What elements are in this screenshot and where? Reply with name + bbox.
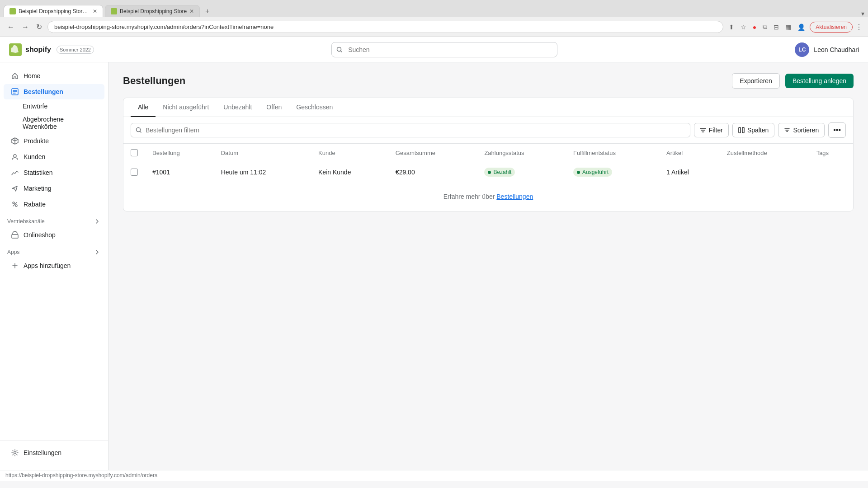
toolbar-icons: ⬆ ☆ ● ⧉ ⊟ ▦ 👤 Aktualisieren ⋮ [727, 21, 863, 33]
filter-search-wrap [131, 123, 690, 137]
back-button[interactable]: ← [5, 21, 16, 33]
header-checkbox[interactable] [131, 149, 138, 156]
status-bar: https://beispiel-dropshipping-store.mysh… [0, 470, 868, 481]
opera-icon[interactable]: ● [751, 22, 758, 33]
sidebar-item-produkte[interactable]: Produkte [4, 133, 104, 149]
page-content: Bestellungen Exportieren Bestellung anle… [108, 62, 868, 470]
new-tab-button[interactable]: + [202, 5, 213, 17]
shopify-app: shopify Sommer 2022 LC Leon Chaudhari [0, 37, 868, 470]
sidebar-item-rabatte[interactable]: Rabatte [4, 197, 104, 212]
info-link[interactable]: Bestellungen [496, 193, 533, 200]
orders-table: Bestellung Datum Kunde Gesamtsumme Zahlu… [123, 144, 853, 182]
zahlungsstatus-badge: Bezahlt [484, 168, 515, 177]
tab-geschlossen[interactable]: Geschlossen [289, 98, 340, 117]
create-order-button[interactable]: Bestellung anlegen [785, 74, 854, 88]
browser-tab-2[interactable]: Beispiel Dropshipping Store ✕ [105, 5, 200, 17]
page-header: Bestellungen Exportieren Bestellung anle… [123, 73, 854, 89]
tab-title-2: Beispiel Dropshipping Store [120, 8, 187, 14]
sidebar-item-abgebrochene[interactable]: Abgebrochene Warenkörbe [4, 113, 104, 133]
store-icon [11, 231, 19, 239]
split-icon[interactable]: ⊟ [772, 22, 781, 33]
address-bar[interactable]: beispiel-dropshipping-store.myshopify.co… [47, 21, 723, 33]
search-icon [336, 46, 343, 53]
sidebar-item-onlineshop[interactable]: Onlineshop [4, 227, 104, 243]
sidebar-nav: Home Bestellungen Entwürfe Abgebrochene … [0, 68, 108, 441]
menu-dots-button[interactable]: ⋮ [855, 23, 863, 31]
columns-label: Spalten [747, 127, 769, 134]
tab-alle[interactable]: Alle [131, 98, 156, 117]
sidebar: Home Bestellungen Entwürfe Abgebrochene … [0, 62, 108, 470]
page-actions: Exportieren Bestellung anlegen [732, 73, 854, 89]
search-input[interactable] [331, 42, 557, 57]
svg-rect-9 [739, 127, 741, 133]
marketing-icon [11, 184, 19, 192]
sidebar-item-kunden[interactable]: Kunden [4, 149, 104, 164]
search-wrap [331, 42, 557, 57]
reload-button[interactable]: ↻ [34, 21, 44, 33]
tab-title-1: Beispiel Dropshipping Store · B... [19, 8, 90, 14]
row-checkbox[interactable] [131, 169, 138, 176]
reader-icon[interactable]: ▦ [783, 22, 793, 33]
sidebar-item-home[interactable]: Home [4, 68, 104, 84]
bookmark-icon[interactable]: ☆ [739, 22, 748, 33]
sidebar-item-bestellungen[interactable]: Bestellungen [4, 84, 104, 99]
update-button[interactable]: Aktualisieren [810, 22, 853, 33]
header-zahlungsstatus: Zahlungsstatus [477, 144, 566, 162]
filter-label: Filter [709, 127, 723, 134]
sidebar-item-marketing[interactable]: Marketing [4, 181, 104, 196]
header-bestellung: Bestellung [145, 144, 214, 162]
discounts-icon [11, 200, 19, 208]
filter-input[interactable] [131, 123, 690, 137]
app-header: shopify Sommer 2022 LC Leon Chaudhari [0, 37, 868, 62]
analytics-icon [11, 169, 19, 177]
filter-button[interactable]: Filter [694, 123, 729, 137]
profile-icon[interactable]: 👤 [796, 22, 807, 33]
info-text: Erfahre mehr über [443, 193, 497, 200]
table-row[interactable]: #1001 Heute um 11:02 Kein Kunde €29,00 B… [123, 162, 853, 183]
sidebar-apps-add-label: Apps hinzufügen [24, 262, 71, 269]
columns-icon [738, 127, 745, 133]
export-button[interactable]: Exportieren [732, 73, 780, 89]
main-layout: Home Bestellungen Entwürfe Abgebrochene … [0, 62, 868, 470]
fulfillmentstatus-dot [577, 171, 580, 174]
tab-unbezahlt[interactable]: Unbezahlt [216, 98, 259, 117]
sidebar-bestellungen-label: Bestellungen [24, 88, 63, 95]
forward-button[interactable]: → [20, 21, 31, 33]
tab-close-2[interactable]: ✕ [189, 8, 194, 14]
header-checkbox-cell [123, 144, 145, 162]
row-kunde: Kein Kunde [311, 162, 388, 183]
share-icon[interactable]: ⬆ [727, 22, 736, 33]
tab-close-1[interactable]: ✕ [93, 8, 97, 14]
sidebar-settings-label: Einstellungen [24, 449, 61, 456]
header-datum: Datum [214, 144, 311, 162]
more-options-button[interactable]: ••• [828, 122, 846, 138]
row-fulfillmentstatus: Ausgeführt [566, 162, 659, 183]
filter-bar: Filter Spalten Sortieren [123, 117, 853, 144]
tab-offen[interactable]: Offen [259, 98, 289, 117]
header-zustellmethode: Zustellmethode [720, 144, 809, 162]
shopify-brand-name: shopify [25, 46, 51, 54]
tab-nicht-ausgefuehrt[interactable]: Nicht ausgeführt [156, 98, 216, 117]
row-tags [809, 162, 853, 183]
orders-table-body: #1001 Heute um 11:02 Kein Kunde €29,00 B… [123, 162, 853, 183]
tab-favicon-2 [111, 8, 117, 14]
header-fulfillmentstatus: Fulfillmentstatus [566, 144, 659, 162]
sidebar-item-statistiken[interactable]: Statistiken [4, 165, 104, 180]
sort-button[interactable]: Sortieren [778, 123, 825, 137]
chevron-right-icon [94, 218, 101, 225]
sidebar-item-settings[interactable]: Einstellungen [4, 445, 104, 460]
sidebar-item-apps-add[interactable]: Apps hinzufügen [4, 258, 104, 273]
sidebar-marketing-label: Marketing [24, 185, 51, 192]
shopify-summer-badge: Sommer 2022 [57, 46, 94, 54]
header-artikel: Artikel [659, 144, 720, 162]
svg-rect-10 [742, 127, 744, 133]
tab-list-button[interactable]: ▾ [861, 10, 864, 17]
status-url: https://beispiel-dropshipping-store.mysh… [5, 472, 157, 479]
extensions-icon[interactable]: ⧉ [761, 21, 769, 33]
row-checkbox-cell [123, 162, 145, 183]
sidebar-item-entwuerfe[interactable]: Entwürfe [4, 100, 104, 113]
table-header-row: Bestellung Datum Kunde Gesamtsumme Zahlu… [123, 144, 853, 162]
browser-tab-1[interactable]: Beispiel Dropshipping Store · B... ✕ [4, 5, 103, 17]
columns-button[interactable]: Spalten [732, 123, 774, 137]
browser-tab-bar: Beispiel Dropshipping Store · B... ✕ Bei… [0, 0, 868, 17]
